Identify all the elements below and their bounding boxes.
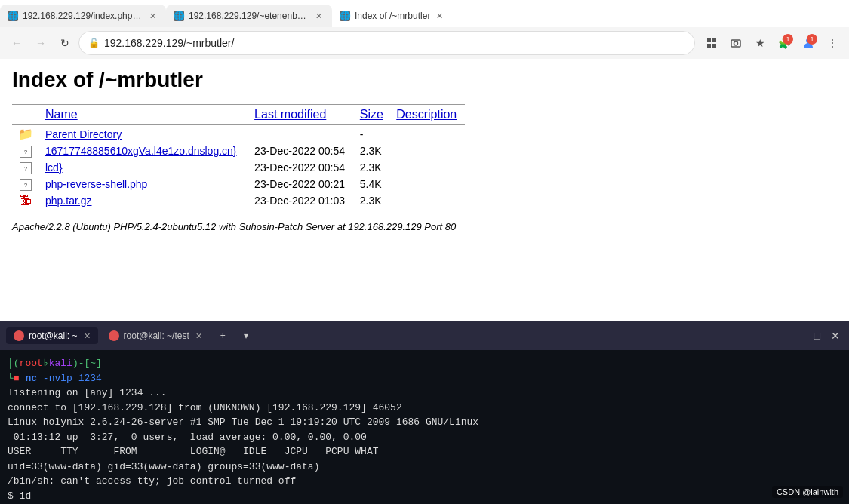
th-modified: Last modified	[248, 105, 354, 125]
terminal-tab-close-1[interactable]: ✕	[84, 331, 91, 341]
th-icon	[12, 105, 39, 125]
terminal-tab-2[interactable]: root@kali: ~/test ✕	[101, 327, 210, 344]
file-modified-cell	[248, 125, 354, 143]
browser-controls: ← → ↻ 🔓 ★ 🧩 1 1 ⋮	[0, 27, 849, 59]
terminal-line: │(root♭kali)-[~]	[8, 356, 841, 371]
file-name-cell: php.tar.gz	[39, 192, 248, 209]
more-tools-icon[interactable]: ⋮	[822, 32, 843, 54]
file-modified-cell: 23-Dec-2022 00:21	[248, 176, 354, 192]
file-link[interactable]: lcd}	[45, 161, 63, 174]
th-size: Size	[354, 105, 390, 125]
file-icon-cell: ?	[12, 159, 39, 176]
file-icon-cell: ?	[12, 143, 39, 159]
terminal-minimize-btn[interactable]: —	[790, 328, 807, 343]
svg-rect-2	[707, 44, 711, 48]
th-name: Name	[39, 105, 248, 125]
address-bar: 🔓	[78, 31, 695, 55]
url-input[interactable]	[104, 37, 685, 49]
svg-point-5	[734, 41, 738, 45]
terminal-maximize-btn[interactable]: □	[811, 328, 823, 343]
sort-size-link[interactable]: Size	[360, 108, 383, 121]
tab-3[interactable]: 🌐 Index of /~mrbutler ✕	[332, 5, 453, 27]
tab-close-1[interactable]: ✕	[146, 10, 158, 22]
bookmark-star-icon[interactable]: ★	[749, 32, 771, 54]
tab-bar: 🌐 192.168.229.129/index.php?pag... ✕ 🌐 1…	[0, 0, 849, 27]
tab-title-1: 192.168.229.129/index.php?pag...	[23, 11, 143, 21]
terminal-body[interactable]: │(root♭kali)-[~]└■ nc -nvlp 1234listenin…	[0, 350, 849, 504]
sort-name-link[interactable]: Name	[45, 108, 78, 121]
terminal-favicon-1	[14, 330, 24, 341]
extensions-puzzle-icon[interactable]: 🧩 1	[774, 32, 795, 54]
file-modified-cell: 23-Dec-2022 00:54	[248, 143, 354, 159]
file-row: 📁Parent Directory-	[12, 125, 465, 143]
terminal-tab-title-1: root@kali: ~	[29, 330, 78, 341]
win-maximize-button[interactable]: □	[810, 9, 828, 27]
profile-badge: 1	[807, 34, 817, 45]
profile-icon[interactable]: 1	[798, 32, 819, 54]
watermark: CSDN @lainwith	[772, 486, 843, 498]
browser-window: 🌐 192.168.229.129/index.php?pag... ✕ 🌐 1…	[0, 0, 849, 504]
terminal-line: └■ nc -nvlp 1234	[8, 371, 841, 386]
file-row: ?php-reverse-shell.php23-Dec-2022 00:215…	[12, 176, 465, 192]
sort-modified-link[interactable]: Last modified	[254, 108, 326, 121]
file-icon-cell: 📁	[12, 125, 39, 143]
file-table: Name Last modified Size Description 📁Par…	[12, 104, 465, 209]
tab-favicon-3: 🌐	[340, 11, 350, 21]
terminal-line: listening on [any] 1234 ...	[8, 386, 841, 401]
screenshot-icon[interactable]	[725, 32, 746, 54]
new-tab-button[interactable]: +	[456, 6, 477, 27]
terminal-line: uid=33(www-data) gid=33(www-data) groups…	[8, 459, 841, 475]
tab-title-3: Index of /~mrbutler	[355, 11, 430, 21]
tab-favicon-1: 🌐	[8, 11, 18, 21]
back-button[interactable]: ←	[6, 32, 27, 54]
terminal-window-controls: — □ ✕	[790, 328, 843, 343]
file-size-cell: 5.4K	[354, 176, 390, 192]
forward-button[interactable]: →	[30, 32, 51, 54]
terminal-line: $ id	[8, 489, 841, 504]
tab-close-3[interactable]: ✕	[433, 10, 445, 22]
terminal-favicon-2	[109, 330, 119, 341]
win-minimize-button[interactable]: —	[789, 9, 807, 27]
terminal-new-tab-btn[interactable]: +	[213, 327, 233, 344]
terminal-line: 01:13:12 up 3:27, 0 users, load average:…	[8, 430, 841, 445]
terminal-line: USER TTY FROM LOGIN@ IDLE JCPU PCPU WHAT	[8, 444, 841, 459]
page-content: Index of /~mrbutler Name Last modified S…	[0, 59, 849, 321]
terminal-tab-title-2: root@kali: ~/test	[124, 330, 189, 341]
file-link[interactable]: php.tar.gz	[45, 195, 92, 207]
win-close-button[interactable]: ✕	[831, 9, 849, 27]
terminal-section: root@kali: ~ ✕ root@kali: ~/test ✕ + ▾ —…	[0, 321, 849, 504]
terminal-line: /bin/sh: can't access tty; job control t…	[8, 474, 841, 489]
file-size-cell: 2.3K	[354, 143, 390, 159]
file-link[interactable]: php-reverse-shell.php	[45, 178, 147, 190]
terminal-tab-1[interactable]: root@kali: ~ ✕	[6, 327, 98, 344]
file-icon-cell: ?	[12, 176, 39, 192]
page-title: Index of /~mrbutler	[12, 68, 837, 92]
reload-button[interactable]: ↻	[54, 32, 75, 54]
file-row: ?16717748885610xgVa.l4e1zo.dnslog.cn}23-…	[12, 143, 465, 159]
sort-desc-link[interactable]: Description	[396, 108, 457, 121]
toolbar-icons: ★ 🧩 1 1 ⋮	[701, 32, 843, 54]
file-row: 🗜php.tar.gz23-Dec-2022 01:032.3K	[12, 192, 465, 209]
terminal-close-btn[interactable]: ✕	[828, 328, 843, 343]
terminal-line: Linux holynix 2.6.24-26-server #1 SMP Tu…	[8, 415, 841, 430]
file-link[interactable]: 16717748885610xgVa.l4e1zo.dnslog.cn}	[45, 145, 237, 157]
file-size-cell: 2.3K	[354, 192, 390, 209]
file-icon-cell: 🗜	[12, 192, 39, 209]
file-link[interactable]: Parent Directory	[45, 128, 122, 140]
tab-2[interactable]: 🌐 192.168.229.129/~etenenbaum/... ✕	[166, 5, 332, 27]
svg-rect-0	[707, 38, 711, 42]
file-name-cell: php-reverse-shell.php	[39, 176, 248, 192]
tab-1[interactable]: 🌐 192.168.229.129/index.php?pag... ✕	[0, 5, 166, 27]
file-size-cell: -	[354, 125, 390, 143]
file-name-cell: lcd}	[39, 159, 248, 176]
file-modified-cell: 23-Dec-2022 00:54	[248, 159, 354, 176]
svg-rect-1	[712, 38, 716, 42]
file-row: ?lcd}23-Dec-2022 00:542.3K	[12, 159, 465, 176]
terminal-tab-bar: root@kali: ~ ✕ root@kali: ~/test ✕ + ▾ —…	[0, 321, 849, 350]
th-description: Description	[390, 105, 465, 125]
terminal-dropdown-btn[interactable]: ▾	[236, 327, 256, 344]
tab-close-2[interactable]: ✕	[312, 10, 325, 22]
terminal-line: connect to [192.168.229.128] from (UNKNO…	[8, 401, 841, 416]
terminal-tab-close-2[interactable]: ✕	[195, 331, 202, 341]
extensions-icon[interactable]	[701, 32, 722, 54]
